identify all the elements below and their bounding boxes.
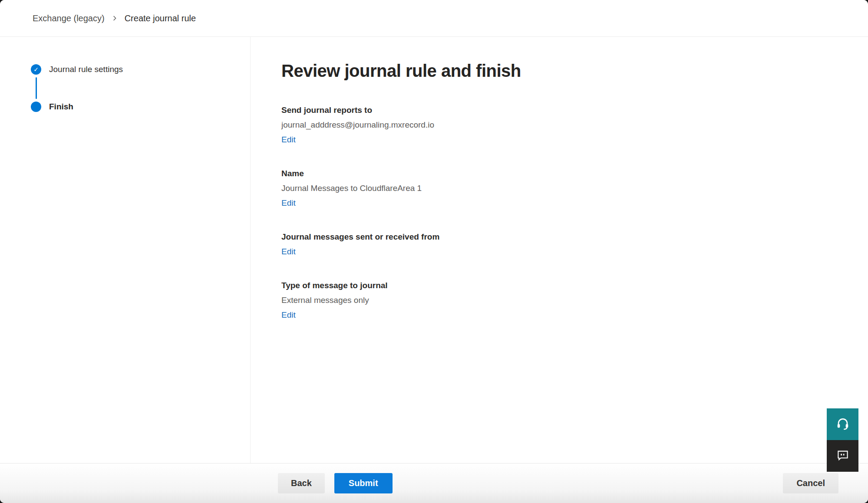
step-connector-line: [36, 77, 37, 99]
section-send-journal-reports-to: Send journal reports to journal_adddress…: [281, 103, 868, 147]
edit-send-journal-reports-link[interactable]: Edit: [281, 132, 296, 147]
section-value: Journal Messages to CloudflareArea 1: [281, 181, 868, 196]
section-label: Send journal reports to: [281, 103, 868, 118]
section-value: journal_adddress@journaling.mxrecord.io: [281, 118, 868, 132]
step-current-circle: [31, 102, 41, 112]
edit-name-link[interactable]: Edit: [281, 196, 296, 210]
section-value: External messages only: [281, 293, 868, 308]
section-label: Type of message to journal: [281, 278, 868, 293]
content-row: ✓ Journal rule settings Finish Review jo…: [0, 37, 868, 463]
page-title: Review journal rule and finish: [281, 61, 868, 80]
back-button[interactable]: Back: [278, 473, 325, 493]
wizard-step-finish[interactable]: Finish: [31, 102, 250, 112]
cancel-button[interactable]: Cancel: [783, 473, 838, 493]
chevron-right-icon: [112, 15, 118, 21]
review-panel: Review journal rule and finish Send jour…: [251, 37, 868, 463]
breadcrumb-link-exchange-legacy[interactable]: Exchange (legacy): [33, 13, 105, 23]
breadcrumb-current: Create journal rule: [125, 13, 196, 23]
feedback-bubble-icon: [836, 449, 849, 463]
check-icon: ✓: [33, 66, 39, 72]
submit-button[interactable]: Submit: [334, 473, 393, 493]
wizard-step-label: Journal rule settings: [49, 65, 123, 74]
section-name: Name Journal Messages to CloudflareArea …: [281, 166, 868, 210]
step-completed-circle: ✓: [31, 64, 41, 75]
wizard-steps-sidebar: ✓ Journal rule settings Finish: [0, 37, 251, 463]
headset-icon: [836, 417, 850, 432]
wizard-step-journal-rule-settings[interactable]: ✓ Journal rule settings: [31, 64, 250, 75]
exchange-admin-window: Exchange (legacy) Create journal rule ✓ …: [0, 0, 868, 503]
wizard-step-label: Finish: [49, 102, 73, 112]
section-journal-messages-scope: Journal messages sent or received from E…: [281, 230, 868, 259]
section-label: Name: [281, 166, 868, 181]
section-message-type: Type of message to journal External mess…: [281, 278, 868, 322]
edit-message-type-link[interactable]: Edit: [281, 308, 296, 322]
help-support-button[interactable]: [827, 408, 858, 440]
action-bar: Back Submit Cancel: [0, 463, 868, 503]
edit-journal-messages-scope-link[interactable]: Edit: [281, 244, 296, 259]
floating-button-stack: [827, 408, 858, 472]
breadcrumb: Exchange (legacy) Create journal rule: [0, 0, 868, 37]
section-label: Journal messages sent or received from: [281, 230, 868, 244]
feedback-button[interactable]: [827, 440, 858, 472]
